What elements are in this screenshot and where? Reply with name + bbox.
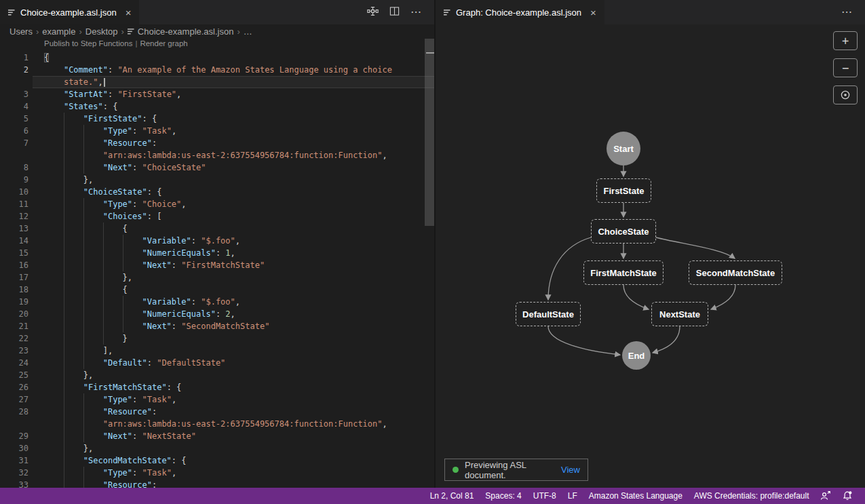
graph-node-start: Start <box>607 132 640 166</box>
view-link[interactable]: View <box>561 465 580 475</box>
graph-node-end: End <box>622 341 651 370</box>
line-number: 30 <box>0 442 28 454</box>
editor-pane: Choice-example.asl.json × ⋯ Users› <box>0 0 434 488</box>
code-line: 30 }, <box>0 442 434 454</box>
tab-graph-preview[interactable]: Graph: Choice-example.asl.json × <box>436 0 604 24</box>
line-number: 4 <box>0 100 28 113</box>
graph-node-first-state: FirstState <box>596 178 651 203</box>
code-line: 13 { <box>0 222 434 235</box>
line-number: 21 <box>0 320 28 332</box>
code-line: "arn:aws:lambda:us-east-2:637554956784:f… <box>0 149 434 161</box>
code-editor[interactable]: Publish to Step Functions|Render graph 1… <box>0 38 434 488</box>
breadcrumb-separator-icon: › <box>36 26 39 37</box>
codelens-divider: | <box>135 39 137 47</box>
status-item-cursor-position[interactable]: Ln 2, Col 81 <box>424 491 480 501</box>
line-number: 18 <box>0 284 28 296</box>
center-graph-button[interactable] <box>833 85 858 104</box>
code-line: 28 "Resource": <box>0 406 434 418</box>
breadcrumb-item[interactable]: Users <box>9 26 33 37</box>
close-tab-icon[interactable]: × <box>590 7 596 18</box>
notification-text: Previewing ASL document. <box>465 460 555 480</box>
line-number: 1 <box>0 52 28 64</box>
status-item-aws-credentials[interactable]: AWS Credentials: profile:default <box>688 491 815 501</box>
render-graph-icon[interactable] <box>367 5 379 20</box>
file-icon <box>444 9 451 16</box>
code-line: state.", <box>0 76 434 88</box>
graph-panel-actions: ⋯ <box>841 0 865 24</box>
code-line: 5 "FirstState": { <box>0 113 434 125</box>
status-bar: Ln 2, Col 81Spaces: 4UTF-8LFAmazon State… <box>0 488 865 504</box>
line-number: 24 <box>0 357 28 369</box>
status-item-language-mode[interactable]: Amazon States Language <box>583 491 688 501</box>
vertical-scrollbar[interactable] <box>425 38 434 488</box>
green-status-dot <box>453 467 459 473</box>
code-line: 27 "Type": "Task", <box>0 393 434 406</box>
code-line: 17 }, <box>0 271 434 284</box>
graph-pane: Graph: Choice-example.asl.json × ⋯ + − <box>434 0 865 488</box>
status-item-encoding[interactable]: UTF-8 <box>527 491 562 501</box>
graph-edges <box>436 24 865 488</box>
code-line: 10 "ChoiceState": { <box>0 186 434 198</box>
code-line: 15 "NumericEquals": 1, <box>0 247 434 259</box>
code-line: "arn:aws:lambda:us-east-2:637554956784:f… <box>0 418 434 430</box>
render-graph-link[interactable]: Render graph <box>140 39 187 47</box>
state-machine-graph-canvas[interactable]: + − Previewing ASL document. View StartF… <box>436 24 865 488</box>
code-line: 1{ <box>0 52 434 64</box>
line-number: 28 <box>0 406 28 418</box>
tab-choice-example[interactable]: Choice-example.asl.json × <box>0 0 139 24</box>
line-number: 25 <box>0 369 28 381</box>
line-number: 16 <box>0 259 28 271</box>
line-number: 3 <box>0 88 28 100</box>
editor-tab-bar: Choice-example.asl.json × ⋯ <box>0 0 434 24</box>
more-actions-icon[interactable]: ⋯ <box>841 7 853 18</box>
notifications-bell-icon[interactable] <box>837 490 858 501</box>
status-items: Ln 2, Col 81Spaces: 4UTF-8LFAmazon State… <box>424 491 815 501</box>
line-number: 15 <box>0 247 28 259</box>
breadcrumb-item[interactable]: … <box>244 26 252 37</box>
breadcrumb-item[interactable]: Choice-example.asl.json <box>128 26 234 37</box>
publish-to-step-functions-link[interactable]: Publish to Step Functions <box>44 39 132 47</box>
code-line: 33 "Resource": <box>0 479 434 488</box>
breadcrumb-separator-icon: › <box>121 26 123 37</box>
more-actions-icon[interactable]: ⋯ <box>410 7 422 18</box>
breadcrumb-item[interactable]: example <box>42 26 75 37</box>
split-editor-icon[interactable] <box>389 6 400 19</box>
line-number: 27 <box>0 393 28 406</box>
status-item-eol-setting[interactable]: LF <box>562 491 583 501</box>
code-line: 26 "FirstMatchState": { <box>0 381 434 393</box>
line-number: 17 <box>0 271 28 284</box>
code-line: 32 "Type": "Task", <box>0 467 434 479</box>
zoom-out-button[interactable]: − <box>833 58 858 77</box>
file-icon <box>128 28 135 35</box>
code-line: 7 "Resource": <box>0 137 434 149</box>
graph-node-next-state: NextState <box>651 302 708 326</box>
line-number: 22 <box>0 332 28 345</box>
zoom-in-button[interactable]: + <box>833 31 858 50</box>
code-line: 3 "StartAt": "FirstState", <box>0 88 434 100</box>
line-number: 12 <box>0 210 28 222</box>
status-item-indent-setting[interactable]: Spaces: 4 <box>480 491 527 501</box>
center-target-icon <box>840 90 851 100</box>
line-number: 23 <box>0 345 28 357</box>
close-tab-icon[interactable]: × <box>126 7 132 18</box>
code-line: 31 "SecondMatchState": { <box>0 454 434 467</box>
line-number: 6 <box>0 125 28 137</box>
graph-node-default-state: DefaultState <box>516 302 581 326</box>
scrollbar-thumb[interactable] <box>425 39 434 226</box>
vscode-window: Choice-example.asl.json × ⋯ Users› <box>0 0 865 504</box>
code-line: 29 "Next": "NextState" <box>0 430 434 442</box>
breadcrumb-separator-icon: › <box>237 26 239 37</box>
code-line: 9 }, <box>0 174 434 186</box>
graph-node-first-match-state: FirstMatchState <box>583 260 664 285</box>
line-number: 32 <box>0 467 28 479</box>
code-content: 1{2 "Comment": "An example of the Amazon… <box>0 52 434 488</box>
feedback-icon[interactable] <box>815 490 837 501</box>
code-line: 12 "Choices": [ <box>0 210 434 222</box>
line-number: 2 <box>0 64 28 76</box>
line-number: 20 <box>0 308 28 320</box>
code-line: 24 "Default": "DefaultState" <box>0 357 434 369</box>
line-number: 26 <box>0 381 28 393</box>
overview-ruler-cursor-mark <box>426 52 434 54</box>
breadcrumb-separator-icon: › <box>79 26 81 37</box>
breadcrumb-item[interactable]: Desktop <box>85 26 118 37</box>
